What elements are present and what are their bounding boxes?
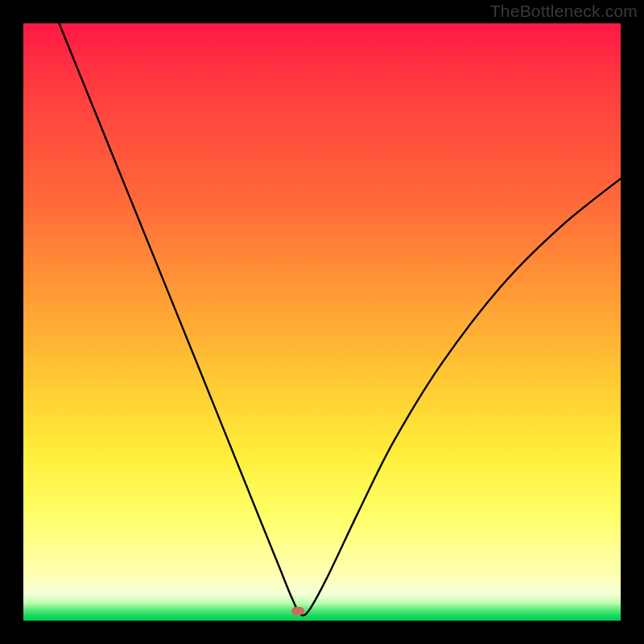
watermark-text: TheBottleneck.com xyxy=(490,2,638,21)
bottleneck-curve xyxy=(23,23,621,621)
plot-area xyxy=(23,23,621,621)
optimal-point-marker xyxy=(291,607,304,615)
curve-path xyxy=(60,23,621,615)
chart-frame: TheBottleneck.com xyxy=(0,0,644,644)
